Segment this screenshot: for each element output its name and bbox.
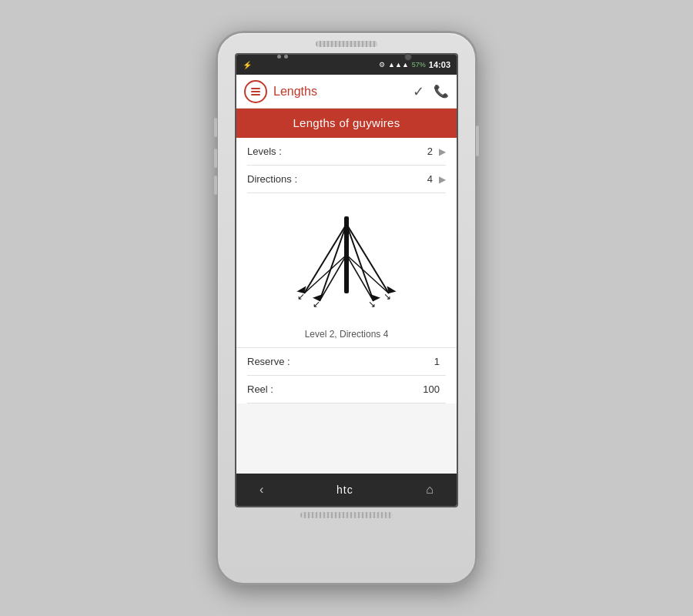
reserve-label: Reserve : (247, 356, 434, 367)
directions-row[interactable]: Directions : 4 ▶ (247, 166, 446, 193)
home-button[interactable]: ⌂ (426, 483, 434, 497)
app-content: Lengths of guywires Levels : 2 ▶ Directi… (236, 109, 457, 474)
status-bar: ⚡ ⚙ ▲▲▲ 57% 14:03 (236, 55, 457, 75)
svg-text:↘: ↘ (368, 299, 376, 310)
reel-label: Reel : (247, 383, 423, 395)
directions-value: 4 (427, 173, 433, 185)
battery-indicator: 57% (412, 61, 426, 69)
svg-text:↘: ↘ (383, 291, 391, 302)
nav-bar: ‹ htc ⌂ (236, 474, 457, 506)
directions-arrow-icon: ▶ (439, 174, 446, 185)
earpiece-dots (277, 55, 288, 59)
levels-value: 2 (427, 146, 433, 157)
volume-up-button[interactable] (214, 118, 217, 137)
usb-icon: ⚡ (243, 61, 252, 69)
reel-row[interactable]: Reel : 100 (247, 376, 446, 403)
volume-down-button[interactable] (214, 149, 217, 168)
power-button[interactable] (214, 176, 217, 195)
phone-device: ⚡ ⚙ ▲▲▲ 57% 14:03 Lengths ✓ 📞 (216, 31, 477, 585)
confirm-button[interactable]: ✓ (413, 83, 424, 100)
guywire-diagram: ↙ ↘ ↙ ↘ (277, 201, 416, 324)
call-button[interactable]: 📞 (434, 84, 449, 99)
form-section: Levels : 2 ▶ Directions : 4 ▶ (236, 138, 457, 193)
status-time: 14:03 (429, 60, 450, 69)
svg-line-6 (346, 255, 389, 293)
hamburger-icon (251, 88, 260, 95)
svg-text:↙: ↙ (297, 291, 305, 302)
levels-arrow-icon: ▶ (439, 146, 446, 157)
toolbar-title: Lengths (273, 85, 413, 99)
reserve-row[interactable]: Reserve : 1 (247, 348, 446, 376)
brand-logo: htc (336, 484, 353, 496)
svg-text:↙: ↙ (313, 299, 320, 310)
reel-value: 100 (423, 383, 440, 395)
reserve-value: 1 (434, 356, 440, 367)
top-speaker (316, 41, 377, 47)
content-header: Lengths of guywires (236, 109, 457, 138)
levels-row[interactable]: Levels : 2 ▶ (247, 138, 446, 166)
bottom-section: Reserve : 1 Reel : 100 (236, 347, 457, 403)
levels-label: Levels : (247, 146, 427, 157)
back-button[interactable]: ‹ (259, 483, 263, 497)
bottom-speaker (300, 512, 393, 518)
svg-line-5 (304, 255, 346, 293)
diagram-section: ↙ ↘ ↙ ↘ Level 2, Directions 4 (236, 193, 457, 347)
diagram-caption: Level 2, Directions 4 (305, 329, 389, 340)
settings-icon: ⚙ (379, 61, 385, 69)
app-toolbar: Lengths ✓ 📞 (236, 75, 457, 109)
content-title: Lengths of guywires (293, 116, 400, 129)
signal-icon: ▲▲▲ (388, 61, 409, 69)
directions-label: Directions : (247, 173, 427, 185)
volume-button-right[interactable] (476, 126, 479, 156)
front-camera (404, 53, 412, 61)
menu-button[interactable] (244, 80, 267, 103)
phone-screen: ⚡ ⚙ ▲▲▲ 57% 14:03 Lengths ✓ 📞 (235, 53, 458, 507)
